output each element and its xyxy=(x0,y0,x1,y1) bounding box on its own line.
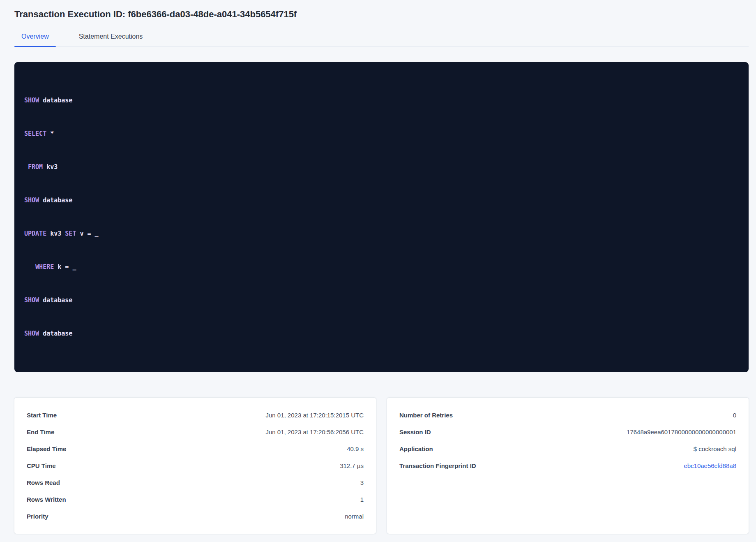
sql-text: * xyxy=(46,130,54,137)
sql-keyword: SELECT xyxy=(24,130,46,137)
info-label: Rows Read xyxy=(27,479,60,486)
sql-line: WHERE k = _ xyxy=(24,262,739,273)
sql-line: SHOW database xyxy=(24,295,739,306)
elapsed-time-value: 40.9 s xyxy=(347,445,364,452)
rows-read-value: 3 xyxy=(360,479,364,486)
info-label: CPU Time xyxy=(27,462,56,469)
info-label: Priority xyxy=(27,513,48,520)
info-row-txn-fingerprint: Transaction Fingerprint ID ebc10ae56cfd8… xyxy=(399,457,736,474)
sql-keyword: SET xyxy=(65,230,76,237)
timing-card: Start Time Jun 01, 2023 at 17:20:15:2015… xyxy=(14,398,376,534)
info-row-priority: Priority normal xyxy=(27,508,364,525)
tab-statement-executions[interactable]: Statement Executions xyxy=(72,33,150,46)
sql-text: kv3 xyxy=(43,163,58,171)
tab-overview[interactable]: Overview xyxy=(14,33,56,46)
info-label: Rows Written xyxy=(27,496,66,503)
sql-indent xyxy=(24,163,28,171)
priority-value: normal xyxy=(345,513,364,520)
info-row-session-id: Session ID 17648a9eea6017800000000000000… xyxy=(399,424,736,440)
sql-line: SELECT * xyxy=(24,128,739,139)
transaction-details-page: Transaction Execution ID: f6be6366-da03-… xyxy=(0,0,756,542)
info-row-elapsed-time: Elapsed Time 40.9 s xyxy=(27,440,364,457)
sql-keyword: SHOW xyxy=(24,330,39,337)
sql-line: SHOW database xyxy=(24,95,739,106)
sql-text: k = _ xyxy=(54,263,76,271)
info-row-rows-read: Rows Read 3 xyxy=(27,474,364,491)
info-row-start-time: Start Time Jun 01, 2023 at 17:20:15:2015… xyxy=(27,407,364,424)
sql-line: SHOW database xyxy=(24,195,739,206)
info-row-end-time: End Time Jun 01, 2023 at 17:20:56:2056 U… xyxy=(27,424,364,440)
sql-text: database xyxy=(39,97,72,104)
info-label: Number of Retries xyxy=(399,412,453,419)
application-value: $ cockroach sql xyxy=(694,445,736,452)
sql-keyword: WHERE xyxy=(35,263,54,271)
info-label: Session ID xyxy=(399,429,431,435)
info-label: Elapsed Time xyxy=(27,445,66,452)
info-row-retries: Number of Retries 0 xyxy=(399,407,736,424)
sql-keyword: UPDATE xyxy=(24,230,46,237)
transaction-fingerprint-link[interactable]: ebc10ae56cfd88a8 xyxy=(684,462,736,469)
summary-cards: Start Time Jun 01, 2023 at 17:20:15:2015… xyxy=(14,398,749,534)
info-row-rows-written: Rows Written 1 xyxy=(27,491,364,508)
info-label: Application xyxy=(399,445,433,452)
info-label: Start Time xyxy=(27,412,57,419)
sql-keyword: FROM xyxy=(28,163,43,171)
retries-value: 0 xyxy=(733,412,736,419)
sql-text: database xyxy=(39,197,72,204)
sql-indent xyxy=(24,263,35,271)
sql-line: UPDATE kv3 SET v = _ xyxy=(24,228,739,239)
info-label: Transaction Fingerprint ID xyxy=(399,462,476,469)
session-id-value: 17648a9eea6017800000000000000001 xyxy=(627,429,736,435)
start-time-value: Jun 01, 2023 at 17:20:15:2015 UTC xyxy=(265,412,364,419)
sql-text: v = _ xyxy=(76,230,98,237)
sql-line: SHOW database xyxy=(24,328,739,339)
sql-text: kv3 xyxy=(46,230,65,237)
sql-keyword: SHOW xyxy=(24,197,39,204)
session-card: Number of Retries 0 Session ID 17648a9ee… xyxy=(387,398,749,534)
info-row-application: Application $ cockroach sql xyxy=(399,440,736,457)
sql-keyword: SHOW xyxy=(24,97,39,104)
cpu-time-value: 312.7 µs xyxy=(340,462,364,469)
tab-bar: Overview Statement Executions xyxy=(14,33,749,47)
page-title: Transaction Execution ID: f6be6366-da03-… xyxy=(14,9,749,20)
sql-text: database xyxy=(39,330,72,337)
sql-keyword: SHOW xyxy=(24,296,39,304)
info-row-cpu-time: CPU Time 312.7 µs xyxy=(27,457,364,474)
end-time-value: Jun 01, 2023 at 17:20:56:2056 UTC xyxy=(265,429,364,435)
rows-written-value: 1 xyxy=(360,496,364,503)
sql-statements-box: SHOW database SELECT * FROM kv3 SHOW dat… xyxy=(14,62,749,372)
sql-text: database xyxy=(39,296,72,304)
info-label: End Time xyxy=(27,429,54,435)
sql-line: FROM kv3 xyxy=(24,162,739,173)
